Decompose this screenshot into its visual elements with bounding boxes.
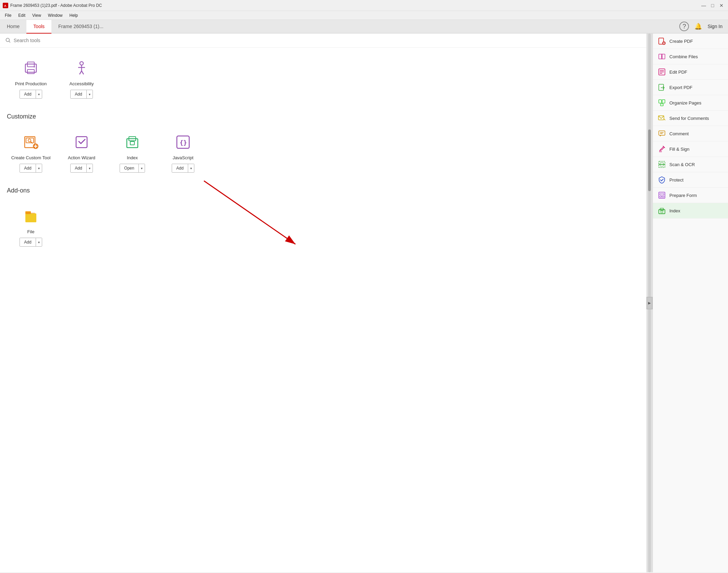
fill-sign-icon [658,145,666,153]
menu-edit[interactable]: Edit [15,12,29,19]
notifications-button[interactable]: 🔔 [693,23,703,30]
edit-pdf-label: Edit PDF [669,70,687,75]
accessibility-label: Accessibility [70,81,94,86]
javascript-btn-group[interactable]: Add ▾ [172,164,194,173]
file-addon-icon [21,207,40,226]
accessibility-icon [72,59,91,78]
print-production-dropdown-button[interactable]: ▾ [36,90,42,98]
accessibility-dropdown-button[interactable]: ▾ [87,90,93,98]
content-area: Print Production Add ▾ [0,34,646,572]
right-panel-comment[interactable]: Comment [653,126,728,141]
right-panel-send-for-comments[interactable]: Send for Comments [653,111,728,126]
action-wizard-icon [72,133,91,152]
right-panel-edit-pdf[interactable]: Edit PDF [653,64,728,80]
tool-card-javascript: {} JavaScript Add ▾ [159,127,207,177]
addons-tools-grid: File Add ▾ [7,201,640,251]
file-addon-btn-group[interactable]: Add ▾ [20,238,42,247]
scrollbar-thumb[interactable] [648,129,651,191]
svg-text:{}: {} [180,139,187,146]
fill-sign-label: Fill & Sign [669,147,690,152]
svg-point-2 [6,38,9,42]
right-panel-index-icon [658,207,666,215]
svg-line-3 [9,41,10,42]
scan-ocr-label: Scan & OCR [669,162,695,167]
help-button[interactable]: ? [679,22,689,31]
menubar: File Edit View Window Help [0,11,728,20]
javascript-dropdown-button[interactable]: ▾ [188,164,194,172]
svg-line-12 [82,71,84,74]
index-dropdown-button[interactable]: ▾ [139,164,145,172]
edit-pdf-icon [658,68,666,76]
prepare-form-label: Prepare Form [669,193,697,198]
create-custom-tool-btn-group[interactable]: Add ▾ [20,164,42,173]
scrollbar-area: ▶ [646,34,653,572]
accessibility-add-button[interactable]: Add [71,90,86,98]
prepare-form-icon [658,191,666,199]
print-production-icon [21,59,40,78]
print-production-btn-group[interactable]: Add ▾ [20,90,42,99]
file-addon-dropdown-button[interactable]: ▾ [36,238,42,246]
create-custom-tool-dropdown-button[interactable]: ▾ [36,164,42,172]
right-panel-organize-pages[interactable]: Organize Pages [653,95,728,111]
svg-rect-58 [662,196,664,197]
accessibility-btn-group[interactable]: Add ▾ [70,90,93,99]
file-addon-label: File [27,229,35,234]
svg-rect-21 [127,139,138,148]
menu-window[interactable]: Window [45,12,66,19]
javascript-label: JavaScript [173,155,194,160]
javascript-add-button[interactable]: Add [172,164,188,172]
print-production-add-button[interactable]: Add [20,90,36,98]
svg-rect-57 [660,196,662,197]
create-custom-tool-add-button[interactable]: Add [20,164,36,172]
signin-button[interactable]: Sign In [707,24,723,29]
right-panel-index[interactable]: Index [653,203,728,219]
right-panel-combine-files[interactable]: Combine Files [653,49,728,64]
svg-rect-26 [25,213,36,222]
svg-rect-23 [130,141,134,145]
maximize-button[interactable]: □ [709,2,716,9]
svg-rect-61 [661,211,663,213]
scan-ocr-icon [658,160,666,169]
search-icon [5,38,11,43]
right-panel-prepare-form[interactable]: Prepare Form [653,188,728,203]
tab-home[interactable]: Home [0,20,26,34]
close-button[interactable]: ✕ [718,2,725,9]
right-panel-export-pdf[interactable]: Export PDF [653,80,728,95]
action-wizard-dropdown-button[interactable]: ▾ [87,164,93,172]
tool-card-file: File Add ▾ [7,201,55,251]
svg-point-8 [80,62,83,65]
customize-section-title: Customize [7,113,640,120]
window-controls: — □ ✕ [700,2,725,9]
menu-file[interactable]: File [1,12,15,19]
index-open-button[interactable]: Open [120,164,138,172]
minimize-button[interactable]: — [700,2,707,9]
right-panel-create-pdf[interactable]: Create PDF [653,34,728,49]
window-title: Frame 2609453 (1)23.pdf - Adobe Acrobat … [10,3,102,8]
action-wizard-label: Action Wizard [68,155,95,160]
file-addon-add-button[interactable]: Add [20,238,36,246]
index-icon [123,133,142,152]
create-pdf-label: Create PDF [669,39,693,44]
search-input[interactable] [14,38,641,43]
menu-view[interactable]: View [29,12,45,19]
index-btn-group[interactable]: Open ▾ [120,164,145,173]
tool-card-index: Index Open ▾ [108,127,156,177]
right-panel-scan-ocr[interactable]: Scan & OCR [653,157,728,172]
combine-files-icon [658,52,666,61]
action-wizard-btn-group[interactable]: Add ▾ [70,164,93,173]
export-pdf-label: Export PDF [669,85,692,90]
javascript-icon: {} [173,133,193,152]
collapse-panel-button[interactable]: ▶ [646,297,653,309]
right-panel-protect[interactable]: Protect [653,172,728,188]
right-panel-fill-sign[interactable]: Fill & Sign [653,141,728,157]
menu-help[interactable]: Help [66,12,82,19]
svg-rect-56 [660,194,664,195]
svg-line-11 [80,71,82,74]
tab-tools[interactable]: Tools [26,20,51,34]
svg-rect-14 [26,138,34,143]
action-wizard-add-button[interactable]: Add [71,164,86,172]
tab-document[interactable]: Frame 2609453 (1)... [51,20,110,34]
svg-rect-44 [660,104,663,106]
create-pdf-icon [658,37,666,45]
customize-tools-grid: Create Custom Tool Add ▾ [7,127,640,177]
